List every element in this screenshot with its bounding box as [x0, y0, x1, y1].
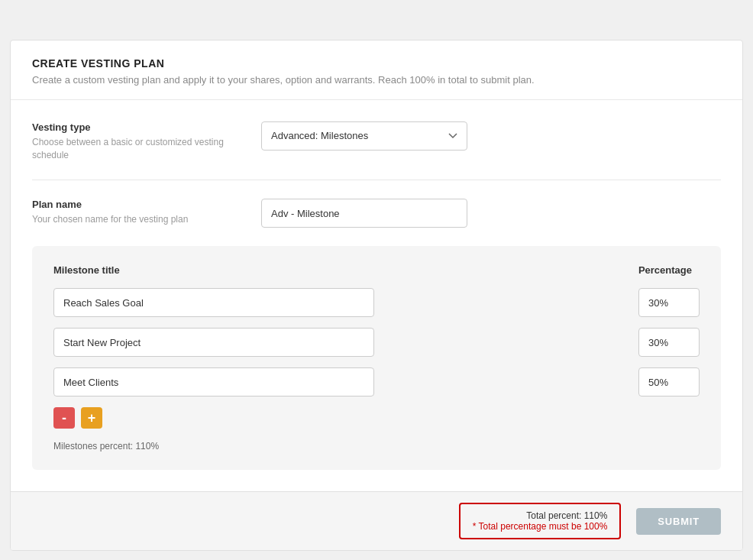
vesting-type-hint: Choose between a basic or customized ves… [32, 136, 231, 162]
milestone-row-3 [53, 367, 700, 397]
milestones-header: Milestone title Percentage [53, 264, 700, 276]
plan-name-control [261, 199, 721, 228]
plan-name-label: Plan name [32, 199, 231, 210]
total-percent-label: Total percent: 110% [473, 510, 608, 521]
milestone-title-input-3[interactable] [53, 367, 374, 397]
vesting-type-section: Vesting type Choose between a basic or c… [32, 121, 721, 162]
add-milestone-button[interactable]: + [81, 407, 102, 429]
page-wrapper: CREATE VESTING PLAN Create a custom vest… [10, 15, 743, 560]
plan-name-section: Plan name Your chosen name for the vesti… [32, 199, 721, 228]
milestone-row-2 [53, 328, 700, 357]
milestones-header-pct: Percentage [638, 264, 700, 276]
milestones-panel: Milestone title Percentage [32, 246, 721, 470]
vesting-type-control: Advanced: Milestones Basic Custom [261, 121, 721, 151]
plan-name-input[interactable] [261, 199, 467, 228]
milestones-header-title: Milestone title [53, 264, 420, 276]
error-message: * Total percentage must be 100% [473, 521, 608, 532]
plan-name-hint: Your chosen name for the vesting plan [32, 213, 231, 226]
divider-1 [32, 180, 721, 180]
milestone-pct-input-3[interactable] [638, 367, 700, 397]
vesting-type-select[interactable]: Advanced: Milestones Basic Custom [261, 121, 467, 151]
milestone-pct-input-2[interactable] [638, 328, 700, 357]
vesting-type-label-group: Vesting type Choose between a basic or c… [32, 121, 231, 162]
page-subtitle: Create a custom vesting plan and apply i… [32, 74, 721, 86]
milestone-title-input-1[interactable] [53, 288, 374, 317]
vesting-type-label: Vesting type [32, 121, 231, 133]
card-body: Vesting type Choose between a basic or c… [11, 100, 742, 492]
milestone-btn-group: - + [53, 407, 700, 429]
card-header: CREATE VESTING PLAN Create a custom vest… [11, 40, 742, 100]
submit-button[interactable]: SUBMIT [636, 508, 721, 535]
footer-bar: Total percent: 110% * Total percentage m… [11, 491, 742, 550]
milestone-title-input-2[interactable] [53, 328, 374, 357]
milestone-pct-input-1[interactable] [638, 288, 700, 317]
plan-name-label-group: Plan name Your chosen name for the vesti… [32, 199, 231, 226]
milestone-row-1 [53, 288, 700, 317]
page-title: CREATE VESTING PLAN [32, 57, 721, 70]
main-card: CREATE VESTING PLAN Create a custom vest… [10, 40, 743, 552]
milestones-total: Milestones percent: 110% [53, 441, 700, 452]
remove-milestone-button[interactable]: - [53, 407, 75, 429]
error-box: Total percent: 110% * Total percentage m… [459, 503, 622, 539]
